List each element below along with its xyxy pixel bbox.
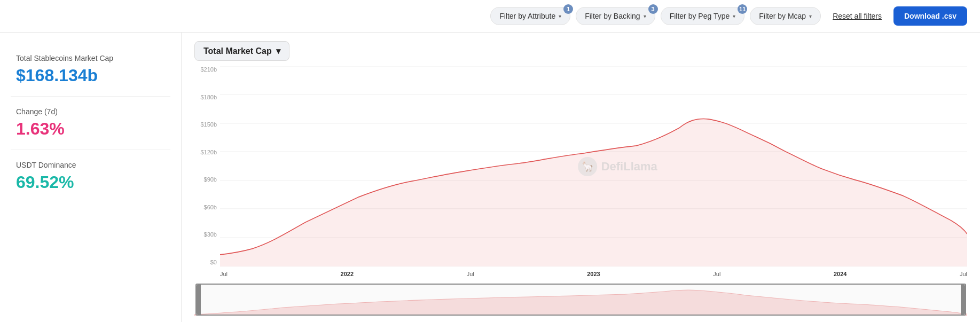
y-label-120b: $120b bbox=[194, 149, 220, 155]
y-label-150b: $150b bbox=[194, 121, 220, 128]
filter-peg-type-button[interactable]: Filter by Peg Type ▾ 11 bbox=[661, 7, 745, 25]
filter-attribute-label: Filter by Attribute bbox=[499, 12, 555, 20]
chart-svg-wrapper: 🦙 DefiLlama bbox=[220, 66, 967, 266]
x-label-2022: 2022 bbox=[341, 271, 354, 277]
y-label-30b: $30b bbox=[194, 231, 220, 238]
mini-range-selector[interactable] bbox=[195, 284, 966, 316]
x-label-2024: 2024 bbox=[834, 271, 846, 277]
dominance-value: 69.52% bbox=[16, 172, 165, 192]
x-axis: Jul 2022 Jul 2023 Jul 2024 Jul bbox=[220, 266, 967, 281]
filter-peg-type-label: Filter by Peg Type bbox=[670, 12, 730, 20]
y-label-90b: $90b bbox=[194, 176, 220, 183]
market-cap-label: Total Stablecoins Market Cap bbox=[16, 54, 165, 62]
chart-main: $0 $30b $60b $90b $120b $150b $180b $210… bbox=[194, 66, 967, 281]
chart-svg bbox=[220, 66, 967, 266]
mini-range-handle-left[interactable] bbox=[197, 285, 201, 315]
filter-mcap-button[interactable]: Filter by Mcap ▾ bbox=[750, 7, 821, 25]
y-axis: $0 $30b $60b $90b $120b $150b $180b $210… bbox=[194, 66, 220, 265]
x-label-2023: 2023 bbox=[587, 271, 600, 277]
mini-svg-wrapper bbox=[194, 284, 967, 316]
filter-peg-type-badge: 11 bbox=[738, 4, 747, 14]
filter-attribute-chevron: ▾ bbox=[559, 13, 561, 19]
right-panel: Total Market Cap ▾ $0 $30b $60b $90b $12… bbox=[182, 33, 980, 322]
filter-backing-label: Filter by Backing bbox=[585, 12, 640, 20]
filter-backing-badge: 3 bbox=[648, 4, 658, 14]
filter-mcap-chevron: ▾ bbox=[809, 13, 812, 19]
x-label-jul-2024: Jul bbox=[960, 271, 967, 277]
y-label-180b: $180b bbox=[194, 94, 220, 100]
filter-attribute-button[interactable]: Filter by Attribute ▾ 1 bbox=[490, 7, 570, 25]
mini-range-handle-right[interactable] bbox=[961, 285, 965, 315]
change-value: 1.63% bbox=[16, 119, 165, 139]
filter-backing-chevron: ▾ bbox=[644, 13, 646, 19]
left-panel: Total Stablecoins Market Cap $168.134b C… bbox=[0, 33, 182, 322]
filter-attribute-badge: 1 bbox=[563, 4, 573, 14]
chart-title-chevron: ▾ bbox=[276, 46, 280, 56]
reset-filters-button[interactable]: Reset all filters bbox=[826, 7, 888, 25]
filter-mcap-label: Filter by Mcap bbox=[759, 12, 806, 20]
chart-area: $0 $30b $60b $90b $120b $150b $180b $210… bbox=[194, 66, 967, 316]
market-cap-card: Total Stablecoins Market Cap $168.134b bbox=[11, 43, 170, 97]
chart-mini bbox=[194, 284, 967, 316]
dominance-card: USDT Dominance 69.52% bbox=[11, 150, 170, 203]
dominance-label: USDT Dominance bbox=[16, 161, 165, 169]
x-label-jul-2023: Jul bbox=[713, 271, 720, 277]
top-bar: Filter by Attribute ▾ 1 Filter by Backin… bbox=[0, 0, 980, 33]
x-label-jul-2021: Jul bbox=[220, 271, 228, 277]
market-cap-value: $168.134b bbox=[16, 66, 165, 85]
filter-peg-type-chevron: ▾ bbox=[733, 13, 735, 19]
chart-header: Total Market Cap ▾ bbox=[194, 41, 967, 61]
x-label-jul-2022: Jul bbox=[467, 271, 474, 277]
change-card: Change (7d) 1.63% bbox=[11, 97, 170, 150]
y-label-210b: $210b bbox=[194, 66, 220, 73]
download-csv-button[interactable]: Download .csv bbox=[893, 6, 967, 26]
chart-title-button[interactable]: Total Market Cap ▾ bbox=[194, 41, 289, 61]
y-label-60b: $60b bbox=[194, 204, 220, 210]
chart-title: Total Market Cap bbox=[203, 46, 272, 56]
change-label: Change (7d) bbox=[16, 107, 165, 116]
main-content: Total Stablecoins Market Cap $168.134b C… bbox=[0, 33, 980, 322]
filter-backing-button[interactable]: Filter by Backing ▾ 3 bbox=[576, 7, 655, 25]
y-label-0b: $0 bbox=[194, 259, 220, 265]
